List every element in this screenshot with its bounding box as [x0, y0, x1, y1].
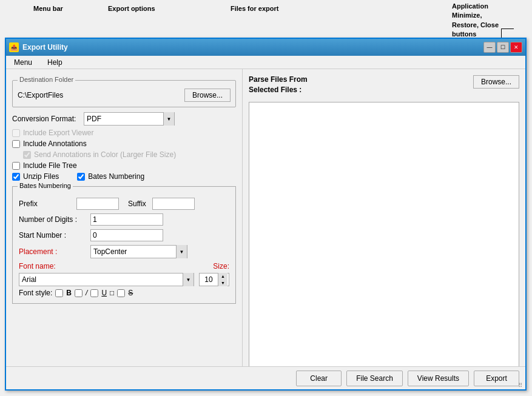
annotation-app-buttons: ApplicationMinimize,Restore, Closebutton… — [452, 2, 499, 39]
prefix-input[interactable] — [76, 198, 119, 210]
font-style-row: Font style: B / U □ S — [19, 289, 229, 297]
close-button[interactable]: ✕ — [510, 42, 522, 53]
bates-numbering-check-label: Bates Numbering — [88, 172, 144, 181]
bottom-bar: Clear File Search View Results Export — [6, 366, 525, 389]
minimize-button[interactable]: — — [483, 42, 496, 53]
resize-corner[interactable]: ⠿ — [518, 382, 524, 388]
italic-checkbox[interactable] — [75, 289, 82, 297]
underline-label: U — [101, 289, 107, 297]
underline-checkbox[interactable] — [90, 289, 98, 297]
font-size-spinner[interactable]: ▲ ▼ — [199, 273, 229, 286]
menu-item-menu[interactable]: Menu — [11, 57, 35, 68]
window-title: Export Utility — [22, 43, 68, 52]
destination-folder-group: Destination Folder C:\ExportFiles Browse… — [12, 80, 236, 107]
file-search-button[interactable]: File Search — [346, 371, 403, 386]
include-annotations-checkbox[interactable] — [12, 140, 20, 148]
send-annotations-color-checkbox[interactable] — [23, 151, 31, 159]
strikethrough-label: S — [128, 289, 133, 297]
spinner-buttons: ▲ ▼ — [218, 273, 227, 286]
number-of-digits-input[interactable] — [90, 213, 163, 226]
strikethrough-checkbox[interactable] — [117, 289, 125, 297]
right-browse-button[interactable]: Browse... — [473, 75, 519, 89]
italic-label: / — [86, 289, 87, 297]
font-name-arrow[interactable]: ▼ — [183, 273, 194, 286]
conversion-format-value: PDF — [84, 115, 163, 123]
font-input-row: Arial ▼ ▲ ▼ — [19, 273, 229, 286]
start-number-label: Start Number : — [19, 231, 86, 240]
include-file-tree-row: Include File Tree — [12, 161, 236, 170]
suffix-input[interactable] — [152, 198, 195, 210]
bates-prefix-suffix-row: Prefix Suffix — [19, 198, 229, 210]
title-bar-buttons: — ☐ ✕ — [483, 42, 522, 53]
right-header-row: Parse Files From Selected Files : Browse… — [249, 75, 519, 97]
left-panel: Destination Folder C:\ExportFiles Browse… — [6, 69, 243, 389]
conversion-format-row: Conversion Format: PDF ▼ — [12, 112, 236, 126]
conversion-format-dropdown[interactable]: PDF ▼ — [84, 112, 175, 126]
include-export-viewer-row: Include Export Viewer — [12, 129, 236, 137]
spinner-down-button[interactable]: ▼ — [218, 280, 227, 286]
send-annotations-color-label: Send Annotations in Color (Larger File S… — [34, 150, 176, 159]
clear-button[interactable]: Clear — [296, 371, 342, 386]
export-button[interactable]: Export — [474, 371, 519, 386]
title-bar: 📤 Export Utility — ☐ ✕ — [6, 39, 525, 56]
conversion-format-label: Conversion Format: — [12, 115, 79, 123]
destination-browse-button[interactable]: Browse... — [184, 89, 231, 102]
unzip-files-row: Unzip Files — [12, 172, 59, 181]
include-annotations-label: Include Annotations — [23, 139, 87, 148]
placement-arrow[interactable]: ▼ — [176, 245, 187, 258]
unzip-files-checkbox[interactable] — [12, 173, 20, 181]
number-of-digits-row: Number of Digits : — [19, 213, 229, 226]
content-area: Destination Folder C:\ExportFiles Browse… — [6, 69, 525, 389]
annotation-area: Menu bar Export options Files for export… — [0, 0, 532, 39]
bold-checkbox[interactable] — [55, 289, 63, 297]
bates-group-title: Bates Numbering — [18, 182, 73, 189]
destination-path: C:\ExportFiles — [18, 91, 180, 99]
placement-dropdown[interactable]: TopCenter ▼ — [90, 245, 187, 258]
right-labels: Parse Files From Selected Files : — [249, 75, 308, 97]
font-name-value: Arial — [19, 275, 183, 284]
menu-bar: Menu Help — [6, 56, 525, 69]
font-size-label: Size: — [213, 262, 229, 270]
include-file-tree-label: Include File Tree — [23, 161, 77, 170]
parse-files-from-label: Parse Files From — [249, 75, 308, 84]
include-export-viewer-label: Include Export Viewer — [23, 129, 94, 137]
font-labels-row: Font name: Size: — [19, 262, 229, 270]
placement-label: Placement : — [19, 247, 86, 256]
placement-value: TopCenter — [91, 247, 176, 256]
main-window: 📤 Export Utility — ☐ ✕ Menu Help Destina… — [5, 38, 527, 391]
start-number-input[interactable] — [90, 229, 163, 241]
right-panel: Parse Files From Selected Files : Browse… — [243, 69, 525, 389]
conversion-format-arrow[interactable]: ▼ — [163, 112, 174, 126]
menu-item-help[interactable]: Help — [44, 57, 66, 68]
send-annotations-color-row: Send Annotations in Color (Larger File S… — [23, 150, 236, 159]
suffix-group: Suffix — [128, 198, 195, 210]
include-export-viewer-checkbox[interactable] — [12, 129, 20, 137]
annotation-line-h — [501, 29, 514, 29]
placement-row: Placement : TopCenter ▼ — [19, 245, 229, 258]
bates-numbering-check-row: Bates Numbering — [77, 172, 144, 181]
style-separator: □ — [110, 289, 114, 297]
annotation-menu-bar: Menu bar — [33, 5, 63, 12]
spinner-up-button[interactable]: ▲ — [218, 273, 227, 280]
restore-button[interactable]: ☐ — [497, 42, 509, 53]
font-size-input[interactable] — [200, 275, 218, 284]
font-name-label: Font name: — [19, 262, 67, 270]
font-style-label: Font style: — [19, 289, 52, 297]
selected-files-label: Selected Files : — [249, 86, 308, 94]
view-results-button[interactable]: View Results — [408, 371, 469, 386]
bold-label: B — [66, 289, 72, 297]
right-browse-area: Browse... — [473, 75, 519, 89]
number-of-digits-label: Number of Digits : — [19, 215, 86, 224]
files-list — [249, 102, 519, 383]
destination-folder-title: Destination Folder — [18, 76, 75, 83]
annotation-export-options: Export options — [108, 5, 155, 12]
include-annotations-row: Include Annotations — [12, 139, 236, 148]
suffix-label: Suffix — [128, 200, 146, 208]
bates-numbering-group: Bates Numbering Prefix Suffix Number of … — [12, 186, 236, 304]
prefix-label: Prefix — [19, 200, 73, 208]
annotation-files-for-export: Files for export — [231, 5, 278, 12]
bates-numbering-checkbox[interactable] — [77, 173, 85, 181]
include-file-tree-checkbox[interactable] — [12, 162, 20, 170]
prefix-group: Prefix — [19, 198, 119, 210]
font-name-dropdown[interactable]: Arial ▼ — [19, 273, 194, 286]
